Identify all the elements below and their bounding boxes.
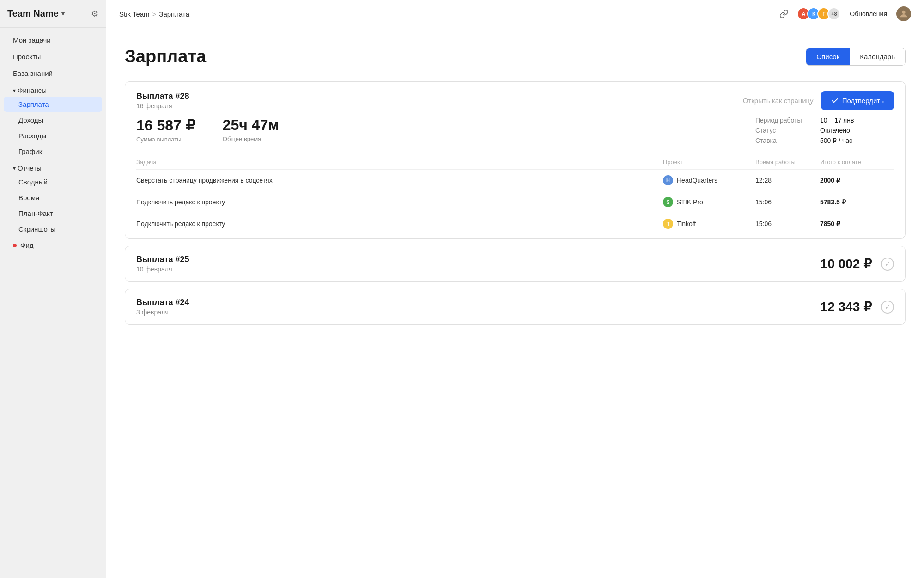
avatar-plus: +8 [827, 7, 840, 20]
page-content: Зарплата Список Календарь Выплата #28 16… [106, 28, 924, 578]
confirm-button[interactable]: Подтвердить [821, 91, 894, 110]
task-0-time: 12:28 [755, 177, 820, 184]
meta-rate-label: Ставка [755, 137, 820, 144]
payment-28-amount-label: Сумма выплаты [136, 136, 195, 143]
payment-24-amount: 12 343 ₽ [821, 299, 872, 314]
sidebar-item-time[interactable]: Время [4, 190, 102, 205]
sidebar-item-projects[interactable]: Проекты [4, 49, 102, 65]
view-toggle: Список Календарь [806, 48, 906, 66]
meta-status-value: Оплачено [820, 127, 894, 134]
breadcrumb-current: Зарплата [159, 10, 189, 18]
payment-24-right: 12 343 ₽ ✓ [821, 299, 894, 314]
payment-card-24[interactable]: Выплата #24 3 февраля 12 343 ₽ ✓ [125, 289, 906, 325]
sidebar-item-plan-fact[interactable]: План-Факт [4, 206, 102, 221]
breadcrumb-parent[interactable]: Stik Team [119, 10, 150, 18]
sidebar-item-chart[interactable]: График [4, 144, 102, 159]
payment-28-summary: 16 587 ₽ Сумма выплаты 25ч 47м Общее вре… [125, 117, 905, 154]
task-2-project: T Tinkoff [663, 219, 755, 229]
task-0-total: 2000 ₽ [820, 177, 894, 184]
col-project: Проект [663, 159, 755, 166]
payment-25-title: Выплата #25 [136, 255, 189, 264]
payment-28-time-label: Общее время [223, 135, 279, 142]
payment-25-date: 10 февраля [136, 265, 189, 273]
meta-row-period: Период работы 10 – 17 янв [755, 117, 894, 124]
breadcrumb: Stik Team > Зарплата [119, 10, 773, 18]
payment-25-amount: 10 002 ₽ [821, 256, 872, 271]
list-view-button[interactable]: Список [806, 48, 850, 65]
task-1-name: Подключить редакс к проекту [136, 198, 663, 206]
sidebar-item-income[interactable]: Доходы [4, 112, 102, 128]
payment-25-check-icon[interactable]: ✓ [881, 258, 894, 271]
sidebar: Team Name ▾ ⚙ Мои задачи Проекты База зн… [0, 0, 106, 578]
calendar-view-button[interactable]: Календарь [850, 48, 905, 65]
payment-25-right: 10 002 ₽ ✓ [821, 256, 894, 271]
task-0-name: Сверстать страницу продвижения в соцсетя… [136, 177, 663, 184]
task-row-1: Подключить редакс к проекту S STIK Pro 1… [136, 191, 894, 213]
task-2-total: 7850 ₽ [820, 220, 894, 228]
feed-label: Фид [20, 241, 34, 249]
task-1-project: S STIK Pro [663, 197, 755, 207]
project-avatar-stik: S [663, 197, 673, 207]
team-name[interactable]: Team Name ▾ [7, 8, 65, 19]
arrow-down-icon-2: ▾ [13, 165, 16, 172]
user-avatar[interactable] [896, 6, 911, 21]
updates-button[interactable]: Обновления [846, 8, 891, 19]
sidebar-item-my-tasks[interactable]: Мои задачи [4, 32, 102, 48]
project-0-name: HeadQuarters [677, 177, 717, 184]
payment-28-info: Выплата #28 16 февраля [136, 92, 189, 110]
meta-rate-value: 500 ₽ / час [820, 137, 894, 144]
payment-28-time: 25ч 47м [223, 117, 279, 134]
feed-dot-icon [13, 244, 17, 247]
sidebar-header: Team Name ▾ ⚙ [0, 0, 106, 28]
page-title: Зарплата [125, 47, 206, 67]
col-total: Итого к оплате [820, 159, 894, 166]
project-avatar-tinkoff: T [663, 219, 673, 229]
payment-28-amount-block: 16 587 ₽ Сумма выплаты [136, 117, 195, 144]
check-icon [831, 97, 839, 105]
task-2-time: 15:06 [755, 220, 820, 228]
task-2-name: Подключить редакс к проекту [136, 220, 663, 228]
payment-card-25[interactable]: Выплата #25 10 февраля 10 002 ₽ ✓ [125, 246, 906, 282]
task-0-project: H HeadQuarters [663, 175, 755, 185]
payment-28-amount: 16 587 ₽ [136, 117, 195, 134]
reports-label: Отчеты [18, 164, 42, 172]
arrow-down-icon: ▾ [13, 87, 16, 94]
sidebar-item-screenshots[interactable]: Скриншоты [4, 221, 102, 237]
link-icon[interactable] [777, 6, 791, 21]
payment-24-title: Выплата #24 [136, 298, 189, 307]
project-2-name: Tinkoff [677, 220, 696, 228]
sidebar-section-finances[interactable]: ▾ Финансы [4, 82, 102, 96]
sidebar-item-salary[interactable]: Зарплата [4, 97, 102, 112]
payment-28-header: Выплата #28 16 февраля Открыть как стран… [125, 82, 905, 117]
meta-row-rate: Ставка 500 ₽ / час [755, 137, 894, 144]
topbar: Stik Team > Зарплата А К Г +8 Обновления [106, 0, 924, 28]
project-avatar-hq: H [663, 175, 673, 185]
confirm-label: Подтвердить [842, 97, 884, 105]
meta-status-label: Статус [755, 127, 820, 134]
sidebar-item-feed[interactable]: Фид [4, 237, 102, 253]
sidebar-item-summary[interactable]: Сводный [4, 174, 102, 190]
sidebar-item-expenses[interactable]: Расходы [4, 128, 102, 143]
payment-24-check-icon[interactable]: ✓ [881, 301, 894, 314]
payment-28-meta: Период работы 10 – 17 янв Статус Оплачен… [755, 117, 894, 144]
payment-25-info: Выплата #25 10 февраля [136, 255, 189, 273]
project-1-name: STIK Pro [677, 198, 703, 206]
sidebar-nav: Мои задачи Проекты База знаний ▾ Финансы… [0, 28, 106, 578]
avatars-group[interactable]: А К Г +8 [797, 7, 840, 20]
open-page-button[interactable]: Открыть как страницу [743, 97, 814, 105]
meta-row-status: Статус Оплачено [755, 127, 894, 134]
payment-24-info: Выплата #24 3 февраля [136, 298, 189, 316]
payment-28-title: Выплата #28 [136, 92, 189, 101]
page-header: Зарплата Список Календарь [125, 47, 906, 67]
settings-icon[interactable]: ⚙ [91, 9, 98, 19]
col-work-time: Время работы [755, 159, 820, 166]
payment-28-actions: Открыть как страницу Подтвердить [743, 91, 894, 110]
sidebar-item-knowledge[interactable]: База знаний [4, 65, 102, 81]
task-row-0: Сверстать страницу продвижения в соцсетя… [136, 170, 894, 191]
task-row-2: Подключить редакс к проекту T Tinkoff 15… [136, 213, 894, 234]
task-1-time: 15:06 [755, 198, 820, 206]
sidebar-section-reports[interactable]: ▾ Отчеты [4, 160, 102, 174]
meta-period-label: Период работы [755, 117, 820, 124]
breadcrumb-separator: > [152, 10, 157, 18]
main-content: Stik Team > Зарплата А К Г +8 Обновления [106, 0, 924, 578]
